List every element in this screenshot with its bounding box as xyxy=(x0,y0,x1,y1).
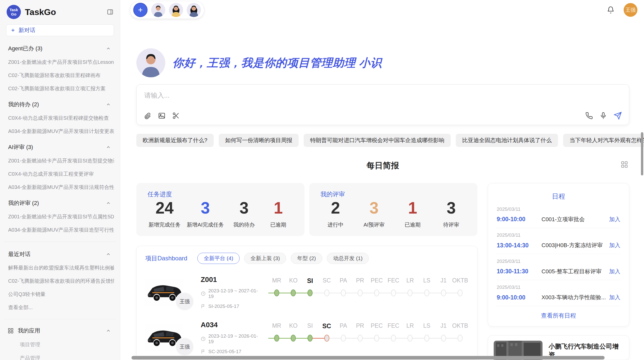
recent-conversation-item[interactable]: C02-飞腾新能源轻客改款项目的闭环通告反馈情况 xyxy=(8,278,114,284)
filter-chip[interactable]: 年型 (2) xyxy=(291,253,322,264)
stat-column: 3AI预评审 xyxy=(360,200,388,228)
sidebar-section-header: 最近对话 xyxy=(8,250,111,258)
clock-icon xyxy=(201,291,206,296)
sidebar-item[interactable]: C02-飞腾新能源轻客改款项目里程碑画布 xyxy=(8,72,114,79)
milestone-node xyxy=(418,334,435,342)
recent-conversation-item[interactable]: 解释最新出台的欧盟报废车法规再生塑料比例被调至15%... xyxy=(8,264,114,271)
chevron-up-icon[interactable] xyxy=(106,328,111,333)
suggestion-chip[interactable]: 如何写一份清晰的项目周报 xyxy=(219,134,299,147)
join-link[interactable]: 加入 xyxy=(609,242,620,249)
project-image-wrap: 王强 xyxy=(145,324,183,351)
event-name: C005-整车工程目标评审 xyxy=(541,268,609,275)
send-icon[interactable] xyxy=(614,112,622,120)
main-area: 王强 你好，王强，我是你的项目管理助理 小识 xyxy=(120,0,644,360)
suggestion-chip[interactable]: 比亚迪全固态电池计划具体说了什么 xyxy=(456,134,558,147)
layout-grid-icon[interactable] xyxy=(621,161,628,168)
filter-chip[interactable]: 全新平台 (4) xyxy=(197,253,240,264)
milestone-label: PEC xyxy=(368,322,385,334)
attachment-icon[interactable] xyxy=(144,112,151,119)
suggestion-chip[interactable]: 当下年轻人对汽车外观有怎样的喜好趋势 xyxy=(563,134,644,147)
join-link[interactable]: 加入 xyxy=(609,216,620,223)
view-all-schedule-link[interactable]: 查看所有日程 xyxy=(488,306,629,326)
event-row: 13:00-14:30C003|H0B-方案冻结评审加入 xyxy=(497,242,620,249)
grid-icon xyxy=(8,328,14,334)
milestone-label: OKTB xyxy=(452,322,469,334)
sidebar-item[interactable]: C0X4-动力总成开发项目SI里程碑提交物检查 xyxy=(8,115,114,122)
stats-row: 任务进度 24新增完成任务3新增AI完成任务3我的待办1已逾期 我的评审 2进行… xyxy=(136,183,477,236)
news-body: 小鹏飞行汽车制造公司增资 天眼查 App 显示，近日广州汇天飞行汽... xyxy=(549,341,623,355)
milestone-dot xyxy=(324,335,329,342)
recent-conversation-item[interactable]: 公司Q3轻卡销量 xyxy=(8,291,114,298)
image-icon[interactable] xyxy=(158,112,166,119)
section-title: 我的待办 (2) xyxy=(8,101,39,108)
logo-text-1: Task xyxy=(9,8,18,12)
milestone-dot xyxy=(358,290,363,296)
join-link[interactable]: 加入 xyxy=(609,268,620,275)
suggestion-chip[interactable]: 欧洲新规最近颁布了什么? xyxy=(136,134,214,147)
briefing-header: 每日简报 xyxy=(136,160,629,171)
project-row[interactable]: 王强Z0012023-12-19 ~ 2027-01-19SI-2025-05-… xyxy=(145,276,469,309)
dashboard-header: 项目Dashboard 全新平台 (4)全新上装 (3)年型 (2)动总开发 (… xyxy=(145,253,469,264)
milestone-dot xyxy=(274,335,279,342)
microphone-icon[interactable] xyxy=(599,112,607,119)
milestone-node xyxy=(402,334,419,342)
notifications-bell-icon[interactable] xyxy=(607,6,614,14)
recent-conversation-item[interactable]: 查看全部... xyxy=(8,304,114,311)
add-conversation-button[interactable] xyxy=(133,3,148,17)
avatar[interactable] xyxy=(169,3,183,17)
suggestion-chip[interactable]: 特朗普可能对进口汽车增税会对中国车企造成哪些影响 xyxy=(304,134,451,147)
sidebar-item[interactable]: A034-全新新能源MUV产品开发项目计划变更表编写 xyxy=(8,128,114,135)
sidebar-scroll: Agent已办 (3)Z001-全新燃油皮卡产品开发项目SI节点Lesson L… xyxy=(0,36,120,360)
chevron-up-icon[interactable] xyxy=(106,145,111,150)
sidebar-item[interactable]: Z001-全新燃油皮卡产品开发项目SI节点Lesson Learn报告 xyxy=(8,59,114,66)
event-name: C003|H0B-方案冻结评审 xyxy=(541,242,609,249)
chevron-up-icon[interactable] xyxy=(106,102,111,107)
milestone-node xyxy=(285,289,302,297)
my-review-title: 我的评审 xyxy=(320,190,466,198)
collapse-sidebar-icon[interactable] xyxy=(107,9,113,15)
stat-label: 已逾期 xyxy=(270,221,286,228)
scissors-icon[interactable] xyxy=(172,112,180,119)
logo-text-2: Go xyxy=(11,12,17,16)
filter-chip[interactable]: 动总开发 (1) xyxy=(327,253,369,264)
sidebar-item[interactable]: A034-全新新能源MUV产品开发项目法规符合性评审 xyxy=(8,184,114,191)
stat-label: AI预评审 xyxy=(363,221,385,228)
schedule-event: 2025/03/1113:00-14:30C003|H0B-方案冻结评审加入 xyxy=(497,228,620,254)
horizontal-scrollbar[interactable] xyxy=(131,356,605,359)
schedule-card: 日程 2025/03/119:00-10:00C001-立项审批会加入2025/… xyxy=(488,183,629,326)
avatar[interactable] xyxy=(187,3,201,17)
app-sub-item[interactable]: 项目管理 xyxy=(20,341,114,348)
milestone-node xyxy=(352,334,369,342)
project-milestone: SI-2025-05-17 xyxy=(201,304,261,309)
chevron-up-icon[interactable] xyxy=(106,46,111,51)
chat-input[interactable] xyxy=(144,91,622,100)
sidebar-item[interactable]: A034-全新新能源MUV产品开发项目造型可行性评审 xyxy=(8,227,114,233)
app-sub-item[interactable]: 产品管理 xyxy=(20,355,114,360)
event-time: 10:30-11:30 xyxy=(497,268,541,275)
sidebar-item-my-apps[interactable]: 我的应用 xyxy=(8,327,111,335)
sidebar-item[interactable]: C0X4-动力总成开发项目工程变更评审 xyxy=(8,171,114,177)
chevron-up-icon[interactable] xyxy=(106,201,111,206)
milestone-node xyxy=(385,289,402,297)
input-actions-left xyxy=(144,112,180,119)
stat-label: 新增完成任务 xyxy=(149,221,181,228)
milestone-dot xyxy=(424,290,429,296)
greeting-text: 你好，王强，我是你的项目管理助理 小识 xyxy=(172,55,382,70)
vertical-scrollbar[interactable] xyxy=(641,132,643,175)
left-column: 任务进度 24新增完成任务3新增AI完成任务3我的待办1已逾期 我的评审 2进行… xyxy=(136,183,477,360)
user-avatar[interactable]: 王强 xyxy=(624,3,637,17)
milestone-node xyxy=(452,334,469,342)
sidebar-item[interactable]: C02-飞腾新能源轻客改款项目立项汇报方案 xyxy=(8,85,114,92)
chevron-up-icon[interactable] xyxy=(106,252,111,257)
join-link[interactable]: 加入 xyxy=(609,294,620,301)
stat-value: 3 xyxy=(240,200,249,216)
filter-chip[interactable]: 全新上装 (3) xyxy=(244,253,286,264)
new-chat-button[interactable]: 新对话 xyxy=(6,24,114,36)
sidebar-item[interactable]: Z001-全新燃油轻卡产品开发项目SI造型提交物评审 xyxy=(8,157,114,164)
phone-icon[interactable] xyxy=(585,112,593,119)
project-info: A0342023-12-19 ~ 2026-01-19SC-2025-05-17 xyxy=(201,321,261,354)
sidebar-item[interactable]: Z001-全新燃油轻卡产品开发项目SI节点属性5D文件评审 xyxy=(8,213,114,220)
avatar[interactable] xyxy=(151,3,165,17)
project-row[interactable]: 王强A0342023-12-19 ~ 2026-01-19SC-2025-05-… xyxy=(145,321,469,354)
stat-value: 1 xyxy=(408,200,417,216)
